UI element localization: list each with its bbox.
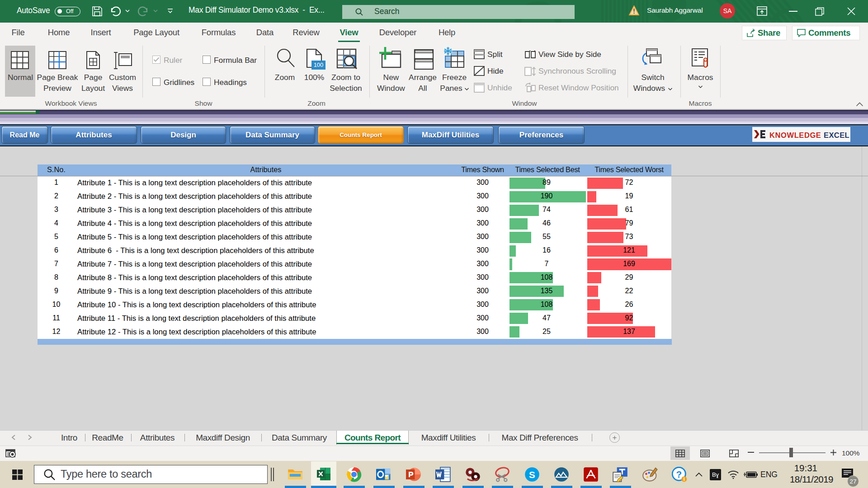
svg-text:i: i [684, 476, 685, 482]
svg-text:S: S [529, 469, 535, 480]
svg-text:?: ? [676, 469, 682, 479]
